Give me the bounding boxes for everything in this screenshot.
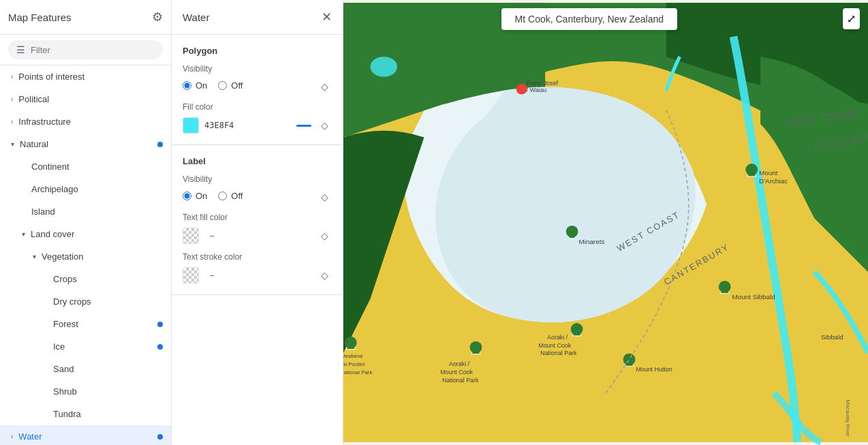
sidebar-item-water[interactable]: ›Water bbox=[0, 425, 171, 445]
sidebar-item-label: Ice bbox=[53, 341, 65, 352]
sidebar-item-crops[interactable]: Crops bbox=[0, 268, 171, 290]
svg-text:Tai Poutini: Tai Poutini bbox=[343, 361, 365, 367]
sidebar-item-label: Political bbox=[18, 94, 49, 104]
sidebar-item-archipelago[interactable]: Archipelago bbox=[0, 178, 171, 200]
svg-text:Aoraki /: Aoraki / bbox=[449, 360, 470, 367]
filter-input[interactable] bbox=[31, 45, 155, 55]
svg-text:National Park: National Park bbox=[540, 350, 577, 356]
sidebar-item-infrastructure[interactable]: ›Infrastructure bbox=[0, 110, 171, 133]
label-section-title: Label bbox=[183, 156, 332, 166]
text-fill-color-label: Text fill color bbox=[183, 213, 332, 222]
arrow-icon: › bbox=[11, 118, 13, 125]
water-header: Water ✕ bbox=[172, 0, 343, 35]
filter-input-wrap: ☰ bbox=[8, 40, 163, 59]
close-button[interactable]: ✕ bbox=[322, 10, 332, 25]
fill-color-actions: ◇ bbox=[296, 118, 332, 133]
arrow-icon: ▾ bbox=[22, 230, 25, 238]
sidebar-item-points-of-interest[interactable]: ›Points of interest bbox=[0, 65, 171, 88]
modified-dot bbox=[157, 434, 163, 440]
sidebar-item-political[interactable]: ›Political bbox=[0, 88, 171, 110]
sidebar-item-label: Dry crops bbox=[53, 296, 91, 307]
svg-text:Mount Hutton: Mount Hutton bbox=[636, 366, 672, 373]
svg-point-1 bbox=[370, 57, 397, 77]
sidebar-item-label: Continent bbox=[31, 162, 69, 172]
svg-point-13 bbox=[719, 281, 731, 293]
sidebar-item-vegetation[interactable]: ▾Vegetation bbox=[0, 245, 171, 268]
map-svg: Franz Josef / Waiau Minarets Mount D'Arc… bbox=[343, 0, 868, 445]
polygon-section: Polygon Visibility On Off ◇ Fill color 4… bbox=[172, 35, 343, 145]
fill-color-swatch[interactable] bbox=[183, 117, 199, 134]
water-panel: Water ✕ Polygon Visibility On Off ◇ Fill… bbox=[172, 0, 343, 445]
sidebar-item-label: Archipelago bbox=[31, 184, 78, 194]
polygon-visibility-diamond[interactable]: ◇ bbox=[317, 79, 332, 94]
arrow-icon: › bbox=[11, 73, 13, 80]
arrow-icon: ▾ bbox=[33, 253, 36, 260]
polygon-off-radio[interactable] bbox=[218, 81, 227, 90]
water-panel-title: Water bbox=[183, 12, 209, 23]
text-fill-color-picker: – bbox=[183, 228, 317, 244]
fill-color-minus[interactable] bbox=[296, 125, 311, 127]
text-fill-swatch[interactable] bbox=[183, 228, 199, 244]
polygon-off-option[interactable]: Off bbox=[218, 80, 243, 91]
expand-icon: ⤢ bbox=[847, 13, 856, 25]
svg-text:National Park: National Park bbox=[442, 377, 479, 384]
visibility-label-polygon: Visibility bbox=[183, 64, 332, 74]
svg-point-6 bbox=[566, 226, 578, 238]
svg-point-27 bbox=[623, 354, 636, 366]
sidebar-item-shrub[interactable]: Shrub bbox=[0, 380, 171, 403]
map-area[interactable]: Franz Josef / Waiau Minarets Mount D'Arc… bbox=[343, 0, 868, 445]
polygon-on-radio[interactable] bbox=[183, 81, 191, 90]
svg-point-17 bbox=[571, 323, 583, 335]
map-search-bar[interactable]: Mt Cook, Canterbury, New Zealand bbox=[501, 8, 677, 30]
sidebar-item-island[interactable]: Island bbox=[0, 200, 171, 223]
label-visibility-diamond[interactable]: ◇ bbox=[317, 189, 332, 204]
sidebar-item-land-cover[interactable]: ▾Land cover bbox=[0, 223, 171, 245]
svg-text:Minarets: Minarets bbox=[579, 238, 605, 245]
label-off-radio[interactable] bbox=[218, 191, 227, 200]
gear-icon[interactable]: ⚙ bbox=[152, 10, 163, 25]
panel-title: Map Features bbox=[8, 12, 72, 23]
svg-text:Mount Sibbald: Mount Sibbald bbox=[732, 293, 775, 301]
filter-bar: ☰ bbox=[0, 35, 171, 65]
sidebar-item-natural[interactable]: ▾Natural bbox=[0, 133, 171, 155]
svg-text:Mount: Mount bbox=[759, 169, 778, 177]
svg-text:/ Waiau: / Waiau bbox=[527, 87, 547, 93]
sidebar-item-ice[interactable]: Ice bbox=[0, 335, 171, 358]
polygon-on-option[interactable]: On bbox=[183, 80, 207, 91]
text-fill-color-row: – ◇ bbox=[183, 228, 332, 244]
text-stroke-color-picker: – bbox=[183, 267, 317, 283]
nav-list: ›Points of interest›Political›Infrastruc… bbox=[0, 65, 171, 445]
svg-text:Franz Josef: Franz Josef bbox=[527, 80, 559, 87]
sidebar-item-forest[interactable]: Forest bbox=[0, 313, 171, 335]
sidebar-item-dry-crops[interactable]: Dry crops bbox=[0, 290, 171, 313]
sidebar-item-label: Forest bbox=[53, 319, 78, 329]
map-features-panel: Map Features ⚙ ☰ ›Points of interest›Pol… bbox=[0, 0, 172, 445]
label-off-option[interactable]: Off bbox=[218, 191, 243, 201]
svg-text:Aoraki /: Aoraki / bbox=[547, 334, 568, 341]
text-stroke-color-label: Text stroke color bbox=[183, 252, 332, 262]
sidebar-item-label: Water bbox=[18, 431, 42, 442]
svg-text:National Park: National Park bbox=[343, 369, 372, 375]
label-on-option[interactable]: On bbox=[183, 191, 207, 201]
text-fill-diamond[interactable]: ◇ bbox=[317, 228, 332, 243]
sidebar-item-label: Shrub bbox=[53, 386, 77, 397]
sidebar-item-tundra[interactable]: Tundra bbox=[0, 403, 171, 425]
map-expand-button[interactable]: ⤢ bbox=[843, 8, 860, 29]
sidebar-item-sand[interactable]: Sand bbox=[0, 358, 171, 380]
sidebar-item-label: Crops bbox=[53, 274, 77, 284]
label-on-radio[interactable] bbox=[183, 191, 191, 200]
svg-text:Mount Cook: Mount Cook bbox=[440, 369, 473, 375]
modified-dot bbox=[157, 142, 163, 147]
visibility-options-label: On Off bbox=[183, 191, 243, 201]
sidebar-item-label: Natural bbox=[20, 139, 48, 149]
text-stroke-diamond[interactable]: ◇ bbox=[317, 268, 332, 283]
sidebar-item-label: Sand bbox=[53, 364, 74, 374]
panel-header: Map Features ⚙ bbox=[0, 0, 171, 35]
sidebar-item-label: Points of interest bbox=[18, 72, 84, 82]
text-stroke-swatch[interactable] bbox=[183, 267, 199, 283]
polygon-section-title: Polygon bbox=[183, 46, 332, 56]
sidebar-item-continent[interactable]: Continent bbox=[0, 155, 171, 178]
svg-point-9 bbox=[745, 164, 758, 176]
arrow-icon: › bbox=[11, 95, 13, 103]
fill-color-diamond[interactable]: ◇ bbox=[317, 118, 332, 133]
